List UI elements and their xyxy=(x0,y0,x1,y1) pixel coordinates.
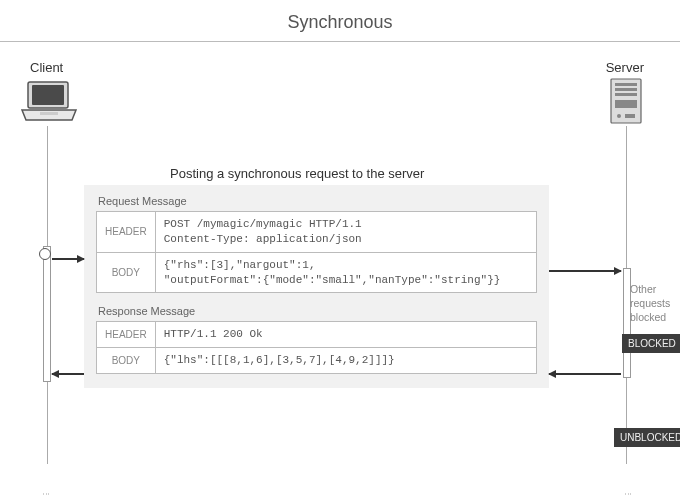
start-circle-icon xyxy=(39,248,51,260)
svg-rect-5 xyxy=(615,88,637,91)
client-lifeline-continuation: ⋮ xyxy=(44,490,48,498)
request-arrow-server xyxy=(549,270,621,272)
server-label: Server xyxy=(606,60,644,75)
request-body-label: BODY xyxy=(97,252,156,293)
blocked-tag: BLOCKED xyxy=(622,334,680,353)
title-divider xyxy=(0,41,680,42)
svg-rect-1 xyxy=(32,85,64,105)
response-arrow-client xyxy=(52,373,84,375)
laptop-icon xyxy=(20,80,78,122)
request-table: HEADER POST /mymagic/mymagic HTTP/1.1 Co… xyxy=(96,211,537,293)
client-label: Client xyxy=(30,60,63,75)
svg-rect-7 xyxy=(615,100,637,108)
svg-point-8 xyxy=(617,114,621,118)
request-section-label: Request Message xyxy=(98,195,537,207)
response-header-content: HTTP/1.1 200 Ok xyxy=(155,322,536,348)
server-icon xyxy=(610,78,642,126)
client-activation-bar xyxy=(43,246,51,382)
svg-rect-9 xyxy=(625,114,635,118)
server-lifeline-continuation: ⋮ xyxy=(626,490,630,498)
response-body-label: BODY xyxy=(97,348,156,374)
response-section-label: Response Message xyxy=(98,305,537,317)
request-arrow-client xyxy=(52,258,84,260)
request-header-content: POST /mymagic/mymagic HTTP/1.1 Content-T… xyxy=(155,212,536,253)
page-title: Synchronous xyxy=(0,0,680,41)
response-body-content: {"lhs":[[[8,1,6],[3,5,7],[4,9,2]]]} xyxy=(155,348,536,374)
response-header-label: HEADER xyxy=(97,322,156,348)
response-arrow-server xyxy=(549,373,621,375)
svg-rect-6 xyxy=(615,93,637,96)
message-panel: Request Message HEADER POST /mymagic/mym… xyxy=(84,185,549,388)
request-body-content: {"rhs":[3],"nargout":1, "outputFormat":{… xyxy=(155,252,536,293)
unblocked-tag: UNBLOCKED xyxy=(614,428,680,447)
svg-rect-2 xyxy=(40,112,58,115)
blocked-note: Other requests blocked xyxy=(630,282,676,325)
diagram-subtitle: Posting a synchronous request to the ser… xyxy=(170,166,424,181)
request-header-label: HEADER xyxy=(97,212,156,253)
response-table: HEADER HTTP/1.1 200 Ok BODY {"lhs":[[[8,… xyxy=(96,321,537,374)
svg-rect-4 xyxy=(615,83,637,86)
